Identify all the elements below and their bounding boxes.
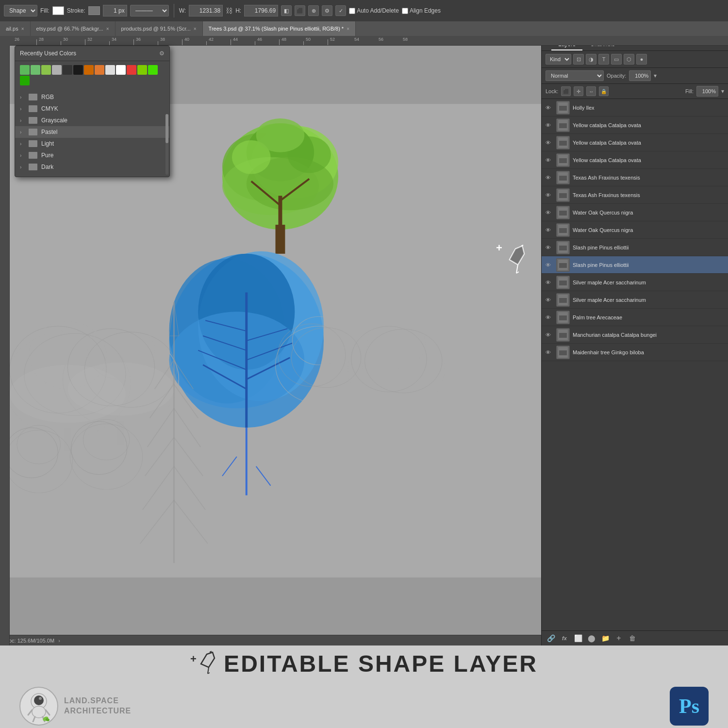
tab-ail[interactable]: ail.ps × — [0, 21, 31, 36]
align-left-icon[interactable]: ◧ — [281, 5, 292, 16]
layers-filter-pixel-icon[interactable]: ⊡ — [573, 54, 584, 65]
color-group-light[interactable]: ›Light — [15, 138, 169, 149]
layer-visibility-5[interactable]: 👁 — [546, 175, 553, 181]
layer-item-6[interactable]: 👁Texas Ash Fraxinus texensis — [542, 186, 728, 204]
group-icon[interactable]: 📁 — [600, 633, 611, 644]
opacity-arrow-icon[interactable]: ▾ — [654, 72, 657, 79]
color-swatch[interactable] — [84, 65, 94, 75]
align-edges-label[interactable]: Align Edges — [402, 7, 441, 14]
color-popup-gear-icon[interactable]: ⚙ — [159, 50, 165, 57]
color-swatch[interactable] — [20, 65, 30, 75]
lock-position-icon[interactable]: ✛ — [574, 86, 583, 96]
stroke-color-swatch[interactable] — [88, 6, 100, 15]
layer-item-11[interactable]: 👁Silver maple Acer saccharinum — [542, 274, 728, 291]
color-swatch[interactable] — [63, 65, 72, 75]
align-center-h-icon[interactable]: ⬛ — [295, 5, 305, 16]
layer-item-7[interactable]: 👁Water Oak Quercus nigra — [542, 204, 728, 221]
color-swatch[interactable] — [73, 65, 83, 75]
tab-etsy[interactable]: etsy.psd @ 66.7% (Backgr... × — [31, 21, 116, 36]
layer-item-2[interactable]: 👁Yellow catalpa Catalpa ovata — [542, 116, 728, 134]
color-swatch[interactable] — [148, 65, 158, 75]
tab-close-1[interactable]: × — [21, 26, 24, 32]
layer-item-4[interactable]: 👁Yellow catalpa Catalpa ovata — [542, 151, 728, 169]
color-group-grayscale[interactable]: ›Grayscale — [15, 115, 169, 126]
new-layer-icon[interactable]: + — [613, 633, 624, 644]
fill-input[interactable] — [696, 86, 718, 97]
layer-item-12[interactable]: 👁Silver maple Acer saccharinum — [542, 291, 728, 309]
status-arrow-icon[interactable]: › — [58, 638, 60, 644]
fill-color-swatch[interactable] — [52, 6, 64, 15]
layer-item-13[interactable]: 👁Palm tree Arecaceae — [542, 309, 728, 326]
layer-item-10[interactable]: 👁Slash pine Pinus elliottii — [542, 256, 728, 274]
tab-close-4[interactable]: × — [347, 26, 349, 32]
color-swatch[interactable] — [20, 76, 30, 85]
layers-filter-shape-icon[interactable]: ▭ — [611, 54, 622, 65]
layer-item-5[interactable]: 👁Texas Ash Fraxinus texensis — [542, 169, 728, 186]
color-swatch[interactable] — [116, 65, 126, 75]
layers-kind-dropdown[interactable]: Kind — [546, 54, 571, 65]
layer-visibility-15[interactable]: 👁 — [546, 349, 553, 355]
auto-add-delete-checkbox[interactable] — [349, 8, 355, 14]
link-layers-icon[interactable]: 🔗 — [546, 633, 556, 644]
color-group-pastel[interactable]: ›Pastel — [15, 126, 169, 138]
lock-all-icon[interactable]: 🔒 — [599, 86, 609, 96]
color-swatch[interactable] — [41, 65, 51, 75]
opacity-input[interactable] — [629, 70, 651, 81]
stroke-style-dropdown[interactable]: ——— — [130, 5, 169, 17]
layer-item-1[interactable]: 👁Holly Ilex — [542, 99, 728, 116]
delete-layer-icon[interactable]: 🗑 — [627, 633, 638, 644]
color-swatch[interactable] — [95, 65, 104, 75]
layer-visibility-13[interactable]: 👁 — [546, 314, 553, 320]
color-group-rgb[interactable]: ›RGB — [15, 91, 169, 103]
layer-visibility-3[interactable]: 👁 — [546, 140, 553, 146]
blend-mode-dropdown[interactable]: Normal — [546, 70, 604, 81]
lock-artboard-icon[interactable]: ↔ — [586, 86, 596, 96]
color-group-pure[interactable]: ›Pure — [15, 149, 169, 161]
color-swatch[interactable] — [31, 65, 40, 75]
width-input[interactable] — [189, 5, 223, 17]
lock-pixels-icon[interactable]: ⬛ — [561, 86, 571, 96]
layer-visibility-4[interactable]: 👁 — [546, 157, 553, 163]
color-group-dark[interactable]: ›Dark — [15, 161, 169, 173]
settings-icon[interactable]: ⚙ — [322, 5, 332, 16]
stroke-width-input[interactable] — [103, 5, 127, 17]
tab-products[interactable]: products.psd @ 91.5% (Scr... × — [116, 21, 203, 36]
color-group-cmyk[interactable]: ›CMYK — [15, 103, 169, 115]
visibility-icon[interactable]: ✓ — [335, 5, 346, 16]
layer-visibility-9[interactable]: 👁 — [546, 245, 553, 250]
layer-item-3[interactable]: 👁Yellow catalpa Catalpa ovata — [542, 134, 728, 151]
color-popup-scrollbar[interactable] — [165, 114, 168, 175]
height-input[interactable] — [244, 5, 278, 17]
fx-icon[interactable]: fx — [559, 633, 570, 644]
layer-visibility-12[interactable]: 👁 — [546, 297, 553, 303]
layers-filter-smart-icon[interactable]: ⬡ — [624, 54, 634, 65]
tab-close-3[interactable]: × — [194, 26, 197, 32]
layer-item-9[interactable]: 👁Slash pine Pinus elliottii — [542, 239, 728, 256]
layer-item-14[interactable]: 👁Manchurian catalpa Catalpa bungei — [542, 326, 728, 344]
layers-filter-adj-icon[interactable]: ◑ — [586, 54, 596, 65]
layer-item-15[interactable]: 👁Maidenhair tree Ginkgo biloba — [542, 344, 728, 361]
auto-add-delete-label[interactable]: Auto Add/Delete — [349, 7, 399, 14]
color-swatch[interactable] — [137, 65, 147, 75]
shape-type-dropdown[interactable]: Shape — [4, 5, 37, 17]
adjustment-icon[interactable]: ⬤ — [586, 633, 597, 644]
link-proportions-icon[interactable]: ⛓ — [226, 7, 232, 15]
layer-visibility-6[interactable]: 👁 — [546, 192, 553, 198]
layers-filter-text-icon[interactable]: T — [598, 54, 609, 65]
layer-visibility-11[interactable]: 👁 — [546, 280, 553, 285]
path-ops-icon[interactable]: ⊕ — [308, 5, 319, 16]
layer-visibility-1[interactable]: 👁 — [546, 105, 553, 111]
layer-visibility-7[interactable]: 👁 — [546, 210, 553, 215]
layer-visibility-10[interactable]: 👁 — [546, 262, 553, 268]
mask-icon[interactable]: ⬜ — [573, 633, 583, 644]
align-edges-checkbox[interactable] — [402, 8, 408, 14]
color-swatch[interactable] — [52, 65, 62, 75]
tab-close-2[interactable]: × — [106, 26, 109, 32]
color-swatch[interactable] — [127, 65, 136, 75]
layer-visibility-14[interactable]: 👁 — [546, 332, 553, 338]
layers-filter-active-icon[interactable]: ● — [636, 54, 647, 65]
layer-visibility-2[interactable]: 👁 — [546, 122, 553, 128]
layer-item-8[interactable]: 👁Water Oak Quercus nigra — [542, 221, 728, 239]
layer-visibility-8[interactable]: 👁 — [546, 227, 553, 233]
tab-trees[interactable]: Trees 3.psd @ 37.1% (Slash pine Pinus el… — [203, 21, 356, 36]
